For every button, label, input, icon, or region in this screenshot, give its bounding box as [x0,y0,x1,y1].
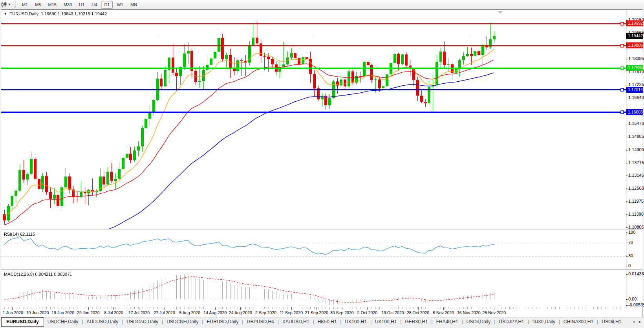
axis-tick-mark [626,256,628,257]
hline-price-badge: 1.17998 [626,65,643,71]
rsi-axis-tick: 30 [628,253,633,258]
date-axis-label: 5 Aug 2020 [179,310,200,315]
rsi-axis-tick: 100 [628,230,635,235]
chart-tab[interactable]: EURUSD,Daily [1,317,44,327]
date-axis-label: 8 Jul 2020 [104,310,123,315]
collapse-icon[interactable]: ▼ [4,12,7,16]
axis-tick-mark [626,243,628,243]
hline-price-badge: 1.17014 [626,87,643,93]
date-axis-label: 29 Jun 2020 [77,310,100,315]
mt4-terminal: { "toolbar": { "chart_type_icon": "candl… [0,0,644,328]
chart-symbol-period: EURUSD,Daily [9,11,38,16]
scroll-left-icon[interactable]: ◄ [632,320,635,324]
timeframe-toolbar: ▼ M1M5M15M30H1H4D1W1MN [0,0,644,9]
axis-tick-mark [626,72,628,72]
timeframe-button-m1[interactable]: M1 [19,1,31,9]
date-axis-label: 27 Jul 2020 [154,310,175,315]
timeframe-button-d1[interactable]: D1 [101,1,113,9]
price-axis-tick: 1.16640 [628,95,644,100]
macd-axis-max: 0.014384 [628,271,644,276]
price-axis-tick: 1.13145 [628,173,644,178]
price-axis[interactable] [626,10,642,307]
price-axis-tick: 1.11390 [628,212,644,216]
price-axis-tick: 1.10805 [628,225,644,229]
date-axis-label: 10 Jun 2020 [26,310,49,315]
hline-price-badge: 1.19992 [626,20,643,26]
axis-tick-mark [626,176,628,176]
date-axis-label: 2 Sep 2020 [255,310,276,315]
chart-tab[interactable]: USDCNH,Daily [163,317,202,327]
price-axis-tick: 1.14300 [628,147,644,152]
chart-tab[interactable]: USDCAD,Daily [123,317,162,327]
chart-tab[interactable]: XAUUSD,H1 [279,317,313,327]
date-axis-label: 21 Sep 2020 [305,310,328,315]
date-axis-label: 19 Oct 2020 [381,310,404,315]
axis-tick-mark [626,214,628,215]
axis-tick-mark [626,124,628,124]
toolbar-grip[interactable] [15,2,16,8]
axis-tick-mark [626,59,628,59]
timeframe-button-m30[interactable]: M30 [60,1,75,9]
timeframe-button-m15[interactable]: M15 [45,1,59,9]
date-axis-label: 24 Aug 2020 [229,310,252,315]
chart-tab-bar: EURUSD,DailyUSDCHF,Daily|AUDUSD,Daily|US… [0,317,644,328]
axis-tick-mark [626,227,628,228]
timeframe-button-h4[interactable]: H4 [88,1,100,9]
axis-tick-mark [626,163,628,163]
date-axis-label: 16 Nov 2020 [457,310,481,315]
chart-tab[interactable]: AUDUSD,Daily [83,317,122,327]
chevron-down-icon[interactable]: ▼ [8,3,11,6]
date-axis-label: 1 Jun 2020 [3,310,23,315]
chart-tab[interactable]: GER30,H1 [402,317,432,327]
chart-tab[interactable]: GBPUSD,H4 [243,317,277,327]
macd-pane-canvas[interactable] [1,271,626,307]
chart-tab[interactable]: UK100,H1 [371,317,400,327]
price-axis-tick: 1.14885 [628,134,644,139]
axis-tick-mark [626,305,628,306]
axis-tick-mark [626,202,628,202]
hline-price-badge: 1.19008 [626,42,643,48]
axis-tick-mark [626,150,628,150]
timeframe-button-w1[interactable]: W1 [113,1,126,9]
scroll-right-icon[interactable]: ► [638,320,642,324]
current-price-badge: 1.19442 [626,33,643,39]
date-axis-label: 25 Nov 2020 [483,310,506,315]
axis-tick-mark [626,266,628,266]
rsi-axis-tick: 0 [628,263,631,268]
chart-title: ▼ EURUSD,Daily 1.19630 1.19643 1.19215 1… [4,11,107,16]
rsi-pane-canvas[interactable] [1,231,626,269]
axis-tick-mark [626,85,628,85]
axis-tick-mark [626,233,628,233]
tab-scroll-arrows: ◄ ► [632,317,644,324]
chart-window: ▼ EURUSD,Daily 1.19630 1.19643 1.19215 1… [1,9,642,317]
rsi-indicator-label: RSI(14) 62.1115 [4,232,35,236]
chart-tab[interactable]: USOil,H1 [598,317,625,327]
axis-tick-mark [626,189,628,189]
date-axis-label: 17 Jul 2020 [128,310,150,315]
chart-tabs: EURUSD,DailyUSDCHF,Daily|AUDUSD,Daily|US… [0,317,625,327]
chart-tab[interactable]: HK50,H1 [314,317,340,327]
chart-tab[interactable]: USDJPY,H1 [495,317,527,327]
timeframe-button-h1[interactable]: H1 [76,1,88,9]
chart-tab[interactable]: FRA40,H1 [433,317,462,327]
price-chart-canvas[interactable] [1,10,626,229]
chart-type-icon[interactable]: ▼ [1,2,11,7]
pane-splitter[interactable] [1,269,642,270]
timeframe-button-mn[interactable]: MN [127,1,140,9]
chart-ohlc-quotes: 1.19630 1.19643 1.19215 1.19442 [41,11,107,16]
chart-tab[interactable]: EURUSD,Daily [203,317,242,327]
time-axis-ticks [1,307,626,310]
timeframe-button-m5[interactable]: M5 [32,1,44,9]
chart-tab[interactable]: USDCHF,Daily [44,317,82,327]
date-axis-label: 19 Jun 2020 [51,310,74,315]
chart-tab[interactable]: UK100,H1 [342,317,370,327]
chart-tab[interactable]: DJ30,Daily [529,317,559,327]
date-axis-label: 28 Oct 2020 [407,310,429,315]
chart-tab[interactable]: USOil,Daily [463,317,494,327]
pane-splitter[interactable] [1,229,642,230]
price-axis-tick: 1.13715 [628,160,644,165]
price-axis-tick: 1.17225 [628,82,644,87]
chart-tab[interactable]: CHINA300,H1 [560,317,597,327]
axis-tick-mark [626,98,628,98]
macd-axis-zero: 0.00 [628,297,637,301]
